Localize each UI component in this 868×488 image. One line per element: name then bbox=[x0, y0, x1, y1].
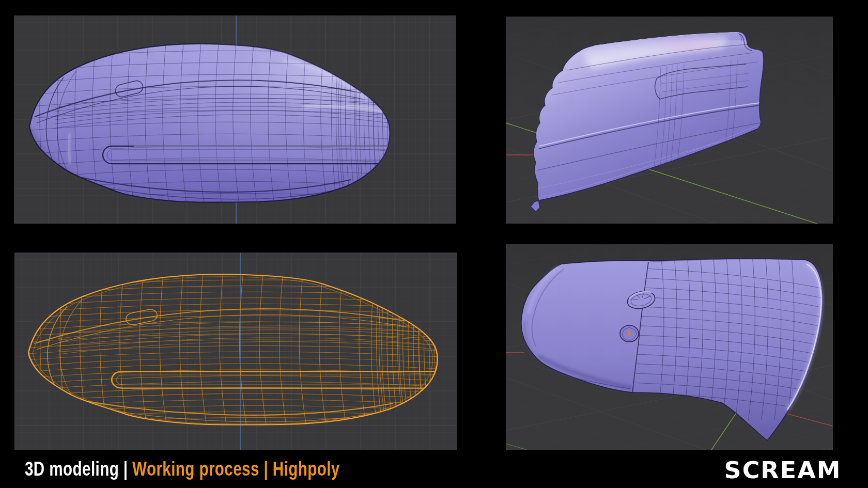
viewport-shaded-side-view bbox=[14, 15, 456, 224]
scream-logo: SCREAM bbox=[724, 456, 841, 484]
portfolio-collage-page: 3D modeling | Working process | Highpoly… bbox=[0, 0, 868, 488]
viewport-wireframe-side-view bbox=[14, 253, 457, 450]
viewport-shaded-wireframe-perspective-view bbox=[506, 244, 833, 450]
viewport-shaded-perspective-view bbox=[506, 17, 833, 224]
caption: 3D modeling | Working process | Highpoly bbox=[25, 458, 340, 480]
caption-detail: Working process | Highpoly bbox=[132, 458, 340, 480]
caption-category: 3D modeling | bbox=[25, 458, 132, 480]
